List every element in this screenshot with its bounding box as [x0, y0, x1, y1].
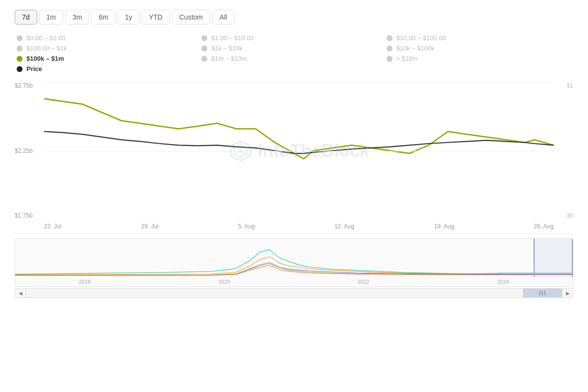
legend-dot-7	[201, 56, 207, 62]
legend-label-9: Price	[26, 65, 42, 73]
scroll-grip-3	[544, 291, 545, 295]
scroll-right-arrow[interactable]: ▶	[562, 288, 573, 298]
legend-item-8[interactable]: > $10m	[387, 55, 571, 62]
legend-label-5: $10k – $100k	[396, 45, 435, 52]
btn-custom[interactable]: Custom	[172, 10, 210, 24]
x-label-0: 22. Jul	[44, 223, 61, 230]
y-right-top: $1	[567, 82, 573, 89]
grid-line-mid	[44, 151, 554, 151]
chart-canvas[interactable]: IntoTheBlock	[44, 82, 554, 219]
legend-item-2[interactable]: $10.00 – $100.00	[387, 34, 571, 42]
legend-label-7: $1m – $10m	[211, 55, 246, 62]
nav-handle[interactable]	[534, 239, 573, 277]
scroll-thumb[interactable]	[523, 289, 562, 297]
y-axis-right: $1 $0	[554, 82, 573, 219]
legend-label-2: $10.00 – $100.00	[396, 34, 446, 42]
legend-item-7[interactable]: $1m – $10m	[201, 55, 386, 62]
y-label-top: $2.75b	[15, 82, 44, 89]
legend-label-6: $100k – $1m	[26, 55, 64, 62]
legend-label-4: $1k – $10k	[211, 45, 243, 52]
scroll-grip-1	[539, 291, 540, 295]
mini-chart-svg	[15, 239, 573, 277]
y-label-mid: $2.25b	[15, 147, 44, 154]
main-container: 7d 1m 3m 6m 1y YTD Custom All $0.00 – $1…	[0, 0, 588, 392]
y-axis-left: $2.75b $2.25b $1.75b	[15, 82, 44, 219]
grid-line-top	[44, 82, 554, 83]
legend-dot-8	[387, 56, 392, 62]
legend-label-1: $1.00 – $10.00	[211, 34, 254, 42]
mini-chart-inner	[15, 239, 573, 277]
legend-dot-4	[201, 46, 207, 51]
btn-1y[interactable]: 1y	[118, 10, 140, 24]
btn-ytd[interactable]: YTD	[142, 10, 170, 24]
btn-6m[interactable]: 6m	[91, 10, 115, 24]
legend-label-3: $100.00 – $1k	[26, 45, 67, 52]
mini-x-axis: 2018 2020 2022 2024	[15, 277, 573, 287]
mini-x-2018: 2018	[79, 279, 91, 285]
x-label-1: 29. Jul	[141, 223, 158, 230]
legend-dot-9	[17, 66, 23, 72]
legend-dot-6	[17, 56, 23, 62]
main-chart: $2.75b $2.25b $1.75b $1 $0	[15, 82, 573, 234]
legend-dot-2	[387, 35, 392, 41]
chart-legend: $0.00 – $1.00 $1.00 – $10.00 $10.00 – $1…	[15, 34, 573, 73]
legend-item-6[interactable]: $100k – $1m	[17, 55, 201, 62]
legend-item-4[interactable]: $1k – $10k	[201, 45, 386, 52]
x-label-5: 26. Aug	[534, 223, 554, 230]
y-right-bot: $0	[567, 212, 573, 219]
legend-item-3[interactable]: $100.00 – $1k	[17, 45, 201, 52]
legend-dot-1	[201, 35, 207, 41]
legend-item-9[interactable]: Price	[17, 65, 201, 73]
legend-dot-3	[17, 46, 23, 51]
legend-item-1[interactable]: $1.00 – $10.00	[201, 34, 386, 42]
time-range-bar: 7d 1m 3m 6m 1y YTD Custom All	[15, 10, 573, 24]
scroll-left-arrow[interactable]: ◀	[15, 288, 26, 298]
mini-x-2024: 2024	[497, 279, 509, 285]
legend-item-0[interactable]: $0.00 – $1.00	[17, 34, 201, 42]
y-label-bot: $1.75b	[15, 212, 44, 219]
btn-1m[interactable]: 1m	[39, 10, 63, 24]
btn-3m[interactable]: 3m	[65, 10, 89, 24]
x-axis: 22. Jul 29. Jul 5. Aug 12. Aug 19. Aug 2…	[44, 219, 554, 234]
mini-x-2020: 2020	[219, 279, 230, 285]
x-label-3: 12. Aug	[335, 223, 355, 230]
legend-item-5[interactable]: $10k – $100k	[387, 45, 571, 52]
legend-label-0: $0.00 – $1.00	[26, 34, 66, 42]
btn-7d[interactable]: 7d	[15, 10, 37, 24]
legend-dot-5	[387, 46, 392, 51]
legend-dot-0	[17, 35, 23, 41]
mini-chart[interactable]: 2018 2020 2022 2024	[15, 238, 573, 287]
scroll-grip-2	[542, 291, 543, 295]
x-label-2: 5. Aug	[238, 223, 255, 230]
scrollbar[interactable]: ◀ ▶	[15, 288, 573, 298]
legend-label-8: > $10m	[396, 55, 418, 62]
btn-all[interactable]: All	[212, 10, 235, 24]
scroll-track[interactable]	[26, 289, 562, 297]
x-label-4: 19. Aug	[434, 223, 454, 230]
mini-x-2022: 2022	[358, 279, 369, 285]
